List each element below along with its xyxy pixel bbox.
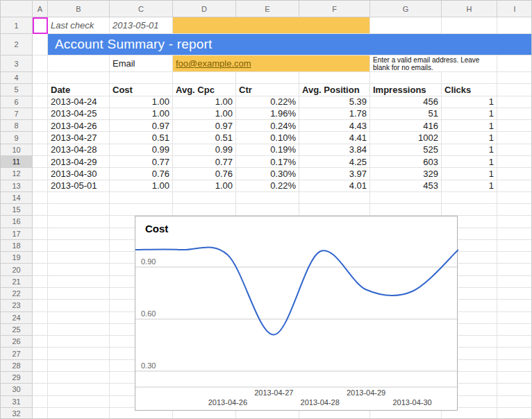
row-header-6[interactable]: 6: [1, 96, 33, 108]
cell-H10[interactable]: 1: [442, 144, 497, 155]
cell-E10[interactable]: 0.19%: [236, 144, 299, 155]
cell-G12[interactable]: 329: [370, 168, 441, 179]
cell-G10[interactable]: 525: [370, 144, 441, 155]
row-header-14[interactable]: 14: [1, 192, 33, 204]
cell-C13[interactable]: 1.00: [110, 180, 172, 191]
row-header-23[interactable]: 23: [1, 300, 33, 311]
row-header-32[interactable]: 32: [1, 408, 33, 419]
column-header-C[interactable]: C: [110, 1, 173, 17]
cell-C8[interactable]: 0.97: [110, 120, 172, 131]
cell-F11[interactable]: 4.25: [299, 156, 369, 167]
cell-B13[interactable]: 2013-05-01: [48, 180, 109, 191]
cell-E12[interactable]: 0.30%: [236, 168, 299, 179]
row-header-2[interactable]: 2: [1, 34, 33, 55]
row-header-19[interactable]: 19: [1, 252, 33, 264]
table-header-impressions[interactable]: Impressions: [370, 84, 441, 95]
last-check-label[interactable]: Last check: [48, 17, 109, 33]
cell-D10[interactable]: 0.99: [173, 144, 235, 155]
cell-H8[interactable]: 1: [442, 120, 497, 131]
cell-D9[interactable]: 0.51: [173, 132, 235, 143]
email-help-note[interactable]: Enter a valid email address. Leave blank…: [370, 55, 497, 71]
cell-F6[interactable]: 5.39: [299, 96, 369, 108]
row-header-29[interactable]: 29: [1, 372, 33, 384]
row-header-20[interactable]: 20: [1, 264, 33, 275]
highlight-cell-d1[interactable]: [173, 17, 369, 33]
cell-D11[interactable]: 0.77: [173, 156, 235, 167]
row-header-8[interactable]: 8: [1, 120, 33, 132]
table-header-ctr[interactable]: Ctr: [236, 84, 299, 95]
cell-C7[interactable]: 1.00: [110, 108, 172, 119]
report-title[interactable]: Account Summary - report: [48, 34, 532, 55]
cell-C6[interactable]: 1.00: [110, 96, 172, 108]
cell-B11[interactable]: 2013-04-29: [48, 156, 109, 167]
column-header-F[interactable]: F: [299, 1, 370, 17]
cell-G6[interactable]: 456: [370, 96, 441, 108]
cell-F9[interactable]: 4.41: [299, 132, 369, 143]
column-header-B[interactable]: B: [48, 1, 110, 17]
cell-C10[interactable]: 0.99: [110, 144, 172, 155]
column-header-I[interactable]: I: [497, 1, 532, 17]
cell-B8[interactable]: 2013-04-26: [48, 120, 109, 131]
cell-C12[interactable]: 0.76: [110, 168, 172, 179]
cell-G13[interactable]: 453: [370, 180, 441, 191]
cell-H6[interactable]: 1: [442, 96, 497, 108]
cell-F12[interactable]: 3.97: [299, 168, 369, 179]
table-header-clicks[interactable]: Clicks: [442, 84, 497, 95]
table-header-date[interactable]: Date: [48, 84, 109, 95]
cell-G11[interactable]: 603: [370, 156, 441, 167]
cell-B6[interactable]: 2013-04-24: [48, 96, 109, 108]
row-header-21[interactable]: 21: [1, 276, 33, 288]
cell-H13[interactable]: 1: [442, 180, 497, 191]
embedded-chart[interactable]: Cost 0.900.600.302013-04-262013-04-27201…: [135, 216, 458, 411]
row-header-27[interactable]: 27: [1, 348, 33, 359]
column-header-E[interactable]: E: [236, 1, 299, 17]
row-header-18[interactable]: 18: [1, 240, 33, 252]
cell-D8[interactable]: 0.97: [173, 120, 235, 131]
row-header-30[interactable]: 30: [1, 384, 33, 395]
email-cell[interactable]: foo@example.com: [173, 55, 369, 71]
cell-E13[interactable]: 0.22%: [236, 180, 299, 191]
cell-G7[interactable]: 51: [370, 108, 441, 119]
email-label[interactable]: Email: [110, 55, 172, 71]
cell-G8[interactable]: 416: [370, 120, 441, 131]
cell-F13[interactable]: 4.01: [299, 180, 369, 191]
cell-D6[interactable]: 1.00: [173, 96, 235, 108]
last-check-date[interactable]: 2013-05-01: [110, 17, 172, 33]
row-header-10[interactable]: 10: [1, 144, 33, 156]
email-link[interactable]: foo@example.com: [176, 58, 251, 69]
column-header-A[interactable]: A: [33, 1, 48, 17]
cell-B9[interactable]: 2013-04-27: [48, 132, 109, 143]
row-header-12[interactable]: 12: [1, 168, 33, 180]
row-header-22[interactable]: 22: [1, 288, 33, 300]
cell-E6[interactable]: 0.22%: [236, 96, 299, 108]
table-header-avg-cpc[interactable]: Avg. Cpc: [173, 84, 235, 95]
table-header-cost[interactable]: Cost: [110, 84, 172, 95]
row-header-1[interactable]: 1: [1, 17, 33, 34]
cell-H9[interactable]: 1: [442, 132, 497, 143]
cell-E9[interactable]: 0.10%: [236, 132, 299, 143]
table-header-avg-position[interactable]: Avg. Position: [299, 84, 369, 95]
cell-C11[interactable]: 0.77: [110, 156, 172, 167]
row-header-13[interactable]: 13: [1, 180, 33, 192]
cell-B12[interactable]: 2013-04-30: [48, 168, 109, 179]
select-all-corner[interactable]: [1, 1, 33, 17]
cell-D13[interactable]: 1.00: [173, 180, 235, 191]
row-header-26[interactable]: 26: [1, 336, 33, 348]
cell-H11[interactable]: 1: [442, 156, 497, 167]
cell-B7[interactable]: 2013-04-25: [48, 108, 109, 119]
cell-D12[interactable]: 0.76: [173, 168, 235, 179]
cell-F7[interactable]: 1.78: [299, 108, 369, 119]
row-header-11[interactable]: 11: [1, 156, 33, 168]
row-header-16[interactable]: 16: [1, 216, 33, 228]
row-header-7[interactable]: 7: [1, 108, 33, 120]
row-header-28[interactable]: 28: [1, 360, 33, 372]
row-header-3[interactable]: 3: [1, 55, 33, 72]
row-header-5[interactable]: 5: [1, 84, 33, 96]
cell-B10[interactable]: 2013-04-28: [48, 144, 109, 155]
cell-G9[interactable]: 1002: [370, 132, 441, 143]
column-header-G[interactable]: G: [370, 1, 442, 17]
cell-E7[interactable]: 1.96%: [236, 108, 299, 119]
cell-E8[interactable]: 0.24%: [236, 120, 299, 131]
row-header-15[interactable]: 15: [1, 204, 33, 216]
cell-D7[interactable]: 1.00: [173, 108, 235, 119]
